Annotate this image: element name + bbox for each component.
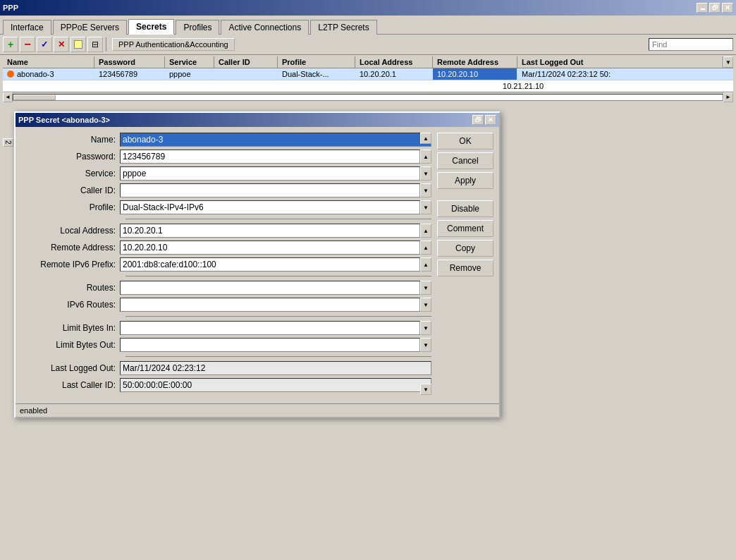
check-button[interactable]: ✓ (37, 37, 52, 52)
profile-input[interactable] (120, 200, 420, 214)
last-caller-id-input[interactable] (120, 378, 431, 392)
local-address-input[interactable] (120, 224, 420, 238)
form-scroll-down[interactable]: ▼ (420, 384, 431, 395)
divider-1 (125, 219, 431, 219)
toolbar-separator (106, 37, 106, 51)
callerid-input[interactable] (120, 183, 420, 197)
limit-bytes-out-input[interactable] (120, 338, 420, 352)
password-label: Password: (21, 152, 120, 162)
auth-accounting-button[interactable]: PPP Authentication&Accounting (112, 38, 235, 51)
cancel-button-dialog[interactable]: Cancel (437, 152, 493, 169)
routes-field-container: ▼ (120, 281, 431, 295)
row-number-area: 2 (3, 138, 13, 147)
limit-bytes-out-label: Limit Bytes Out: (21, 340, 120, 350)
title-bar-text: PPP (3, 4, 18, 12)
btn-spacer (437, 192, 493, 197)
remote-ipv6-prefix-label: Remote IPv6 Prefix: (21, 260, 120, 269)
form-scroll-up[interactable]: ▲ (420, 133, 431, 144)
dialog-maximize-button[interactable]: 🗗 (472, 115, 484, 125)
row-number-2[interactable]: 2 (3, 138, 13, 147)
remove-button-dialog[interactable]: Remove (437, 260, 493, 276)
last-logged-out-label: Last Logged Out: (21, 363, 120, 373)
table-area: Name Password Service Caller ID Profile … (3, 56, 733, 92)
routes-input[interactable] (120, 281, 420, 295)
remote-address-row: Remote Address: ▲ (21, 241, 431, 255)
remote-ipv6-prefix-row: Remote IPv6 Prefix: ▲ (21, 257, 431, 272)
scroll-track[interactable] (13, 94, 723, 101)
copy-button[interactable]: Copy (437, 240, 493, 257)
table-h-scrollbar: ◄ ► (3, 92, 733, 102)
disable-button[interactable]: Disable (437, 200, 493, 217)
comment-button[interactable]: Comment (437, 220, 493, 237)
dialog-status-bar: enabled (16, 403, 499, 417)
service-input[interactable] (120, 166, 420, 181)
name-row: Name: (21, 133, 431, 147)
dialog-body: ▲ ▼ Name: Password: ▲ (16, 127, 499, 401)
maximize-button[interactable]: 🗗 (709, 3, 720, 13)
profile-label: Profile: (21, 202, 120, 212)
name-input[interactable] (120, 133, 431, 147)
tab-active-connections[interactable]: Active Connections (221, 20, 309, 35)
tab-secrets[interactable]: Secrets (128, 19, 174, 35)
profile-row: Profile: ▼ (21, 200, 431, 214)
close-button[interactable]: ✕ (722, 3, 733, 13)
column-dropdown-button[interactable]: ▼ (723, 56, 733, 68)
dialog-close-button[interactable]: ✕ (485, 115, 496, 125)
remote-ipv6-prefix-field-container: ▲ (120, 257, 431, 272)
tab-pppoe-servers[interactable]: PPPoE Servers (53, 20, 127, 35)
tab-l2tp-secrets[interactable]: L2TP Secrets (310, 20, 376, 35)
cancel-button[interactable]: ✕ (54, 37, 69, 52)
remote-ipv6-prefix-input[interactable] (120, 257, 420, 272)
scroll-left-button[interactable]: ◄ (3, 92, 13, 102)
ipv6-routes-label: IPv6 Routes: (21, 300, 120, 310)
routes-row: Routes: ▼ (21, 281, 431, 295)
limit-bytes-in-row: Limit Bytes In: ▼ (21, 321, 431, 335)
limit-bytes-out-row: Limit Bytes Out: ▼ (21, 338, 431, 352)
find-input[interactable] (649, 38, 733, 51)
divider-2 (125, 276, 431, 276)
password-input[interactable] (120, 150, 420, 164)
form-area: Name: Password: ▲ Service: ▼ (21, 133, 431, 392)
remote-ipv6-row: 10.21.21.10 (3, 80, 733, 92)
password-row: Password: ▲ (21, 150, 431, 164)
ipv6-routes-input[interactable] (120, 298, 420, 312)
callerid-label: Caller ID: (21, 185, 120, 195)
password-field-container: ▲ (120, 150, 431, 164)
table-header: Name Password Service Caller ID Profile … (3, 56, 733, 68)
limit-bytes-in-field-container: ▼ (120, 321, 431, 335)
limit-bytes-in-input[interactable] (120, 321, 420, 335)
cell-last-logged-out: Mar/11/2024 02:23:12 50: (517, 68, 733, 80)
remove-button[interactable]: − (20, 37, 35, 52)
ok-button[interactable]: OK (437, 133, 493, 150)
col-header-last-logged-out: Last Logged Out (517, 56, 723, 68)
cell-password: 123456789 (94, 68, 165, 80)
remote-address-input[interactable] (120, 241, 420, 255)
service-label: Service: (21, 169, 120, 178)
apply-button[interactable]: Apply (437, 172, 493, 189)
ipv6-routes-row: IPv6 Routes: ▼ (21, 298, 431, 312)
cell-callerid (214, 68, 278, 80)
dialog-title-controls: 🗗 ✕ (472, 115, 496, 125)
minimize-button[interactable]: 🗕 (697, 3, 708, 13)
name-label: Name: (21, 135, 120, 145)
cell-remote-address: 10.20.20.10 (433, 68, 517, 80)
scroll-right-button[interactable]: ► (723, 92, 733, 102)
col-header-remote-address: Remote Address (433, 56, 517, 68)
add-button[interactable]: + (3, 37, 18, 52)
dialog-title-bar: PPP Secret <abonado-3> 🗗 ✕ (16, 113, 499, 127)
tab-profiles[interactable]: Profiles (176, 20, 219, 35)
last-caller-id-row: Last Caller ID: (21, 378, 431, 392)
table-row[interactable]: abonado-3 123456789 pppoe Dual-Stack-...… (3, 68, 733, 80)
scroll-thumb[interactable] (13, 95, 56, 100)
filter-button[interactable]: ⊟ (87, 37, 103, 52)
profile-field-container: ▼ (120, 200, 431, 214)
last-logged-out-input[interactable] (120, 361, 431, 375)
divider-3 (125, 316, 431, 317)
col-header-password: Password (94, 56, 165, 68)
tab-interface[interactable]: Interface (3, 20, 51, 35)
local-address-row: Local Address: ▲ (21, 224, 431, 238)
copy-item-button[interactable] (70, 37, 86, 52)
toolbar: + − ✓ ✕ ⊟ PPP Authentication&Accounting (0, 34, 736, 55)
col-header-name: Name (3, 56, 94, 68)
form-container: ▲ ▼ Name: Password: ▲ (21, 133, 431, 395)
